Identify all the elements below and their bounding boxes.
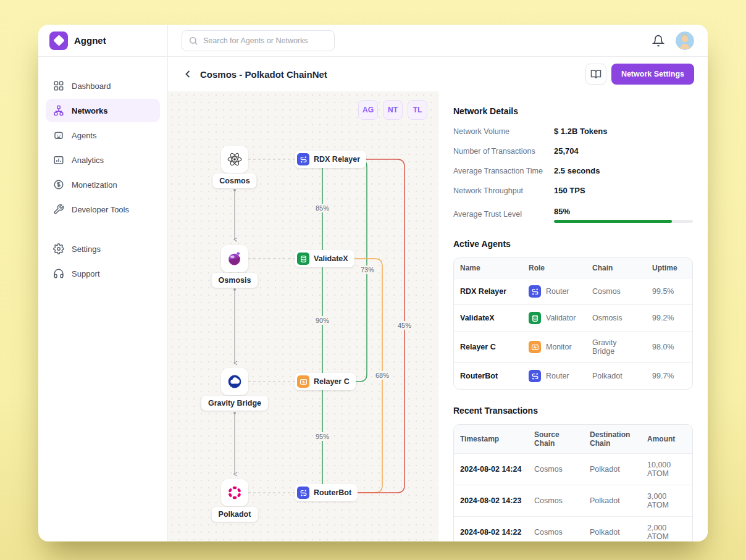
edge-label-rdx-validatex: 85% bbox=[314, 204, 331, 212]
node-osmosis[interactable] bbox=[221, 245, 248, 272]
badge-nt[interactable]: NT bbox=[383, 100, 403, 120]
agent-name: RDX Relayer bbox=[314, 155, 360, 164]
cosmos-atom-icon bbox=[227, 151, 243, 167]
agent-node-relayer-c[interactable]: Relayer C bbox=[295, 373, 356, 390]
recent-transactions-table: Timestamp Source Chain Destination Chain… bbox=[453, 424, 693, 541]
sidebar-item-dashboard[interactable]: Dashboard bbox=[46, 74, 160, 98]
table-row[interactable]: 2024-08-02 14:22 Cosmos Polkadot 2,000 A… bbox=[454, 517, 692, 542]
sidebar-item-label: Networks bbox=[72, 106, 108, 115]
router-icon bbox=[297, 487, 309, 499]
agent-name: RouterBot bbox=[314, 488, 351, 497]
sidebar-group-divider bbox=[43, 222, 162, 236]
trust-value: 85% bbox=[554, 207, 570, 216]
sidebar-item-settings[interactable]: Settings bbox=[46, 237, 160, 261]
table-row[interactable]: Relayer C Monitor Gravity Bridge 98.0% bbox=[454, 332, 692, 363]
book-open-icon bbox=[590, 69, 601, 80]
table-row[interactable]: ValidateX Validator Osmosis 99.2% bbox=[454, 305, 692, 332]
sidebar-item-label: Agents bbox=[72, 131, 96, 140]
back-chevron-icon[interactable] bbox=[182, 68, 194, 80]
validator-icon bbox=[297, 253, 309, 265]
edge-label-rdx-relayerc: 73% bbox=[359, 265, 376, 274]
sidebar-item-developer-tools[interactable]: Developer Tools bbox=[46, 198, 160, 221]
sidebar-item-label: Settings bbox=[72, 244, 101, 254]
logo: Aggnet bbox=[38, 25, 168, 57]
sidebar-item-agents[interactable]: Agents bbox=[46, 123, 160, 147]
osmosis-potion-icon bbox=[227, 251, 243, 267]
sidebar-item-networks[interactable]: Networks bbox=[46, 99, 160, 122]
bar-chart-icon bbox=[53, 154, 64, 165]
network-icon bbox=[53, 105, 64, 116]
detail-row: Network Volume $ 1.2B Tokens bbox=[453, 127, 693, 136]
dollar-circle-icon bbox=[53, 179, 64, 190]
detail-row: Network Throughput 150 TPS bbox=[453, 186, 693, 195]
bell-icon[interactable] bbox=[652, 35, 664, 47]
agent-node-routerbot[interactable]: RouterBot bbox=[295, 484, 358, 501]
network-settings-button[interactable]: Network Settings bbox=[611, 64, 694, 85]
network-diagram-canvas[interactable]: 85% 90% 95% 73% 68% 45% AG NT TL Cosmos bbox=[168, 91, 438, 541]
node-cosmos[interactable] bbox=[221, 146, 248, 173]
sidebar-item-label: Monetization bbox=[72, 180, 117, 190]
badge-ag[interactable]: AG bbox=[358, 100, 378, 120]
router-icon bbox=[529, 370, 541, 382]
validator-icon bbox=[529, 312, 541, 324]
table-row[interactable]: RouterBot Router Polkadot 99.7% bbox=[454, 363, 692, 390]
router-icon bbox=[297, 153, 309, 165]
sidebar: Dashboard Networks Agents Analytics Mone… bbox=[38, 57, 168, 541]
edge-label-validatex-relayerc: 90% bbox=[314, 316, 331, 325]
search-box[interactable] bbox=[182, 30, 335, 51]
sidebar-item-monetization[interactable]: Monetization bbox=[46, 173, 160, 196]
agent-node-validatex[interactable]: ValidateX bbox=[295, 250, 354, 267]
gear-icon bbox=[53, 243, 64, 254]
recent-transactions-title: Recent Transactions bbox=[453, 406, 693, 416]
table-header-row: Timestamp Source Chain Destination Chain… bbox=[454, 425, 692, 454]
agent-name: ValidateX bbox=[314, 254, 348, 263]
polkadot-dots-icon bbox=[227, 485, 243, 501]
sidebar-item-label: Dashboard bbox=[72, 81, 111, 91]
node-gravity-bridge[interactable] bbox=[221, 368, 248, 395]
node-label-polkadot[interactable]: Polkadot bbox=[212, 507, 258, 522]
avatar[interactable] bbox=[676, 31, 694, 50]
page-title: Cosmos - Polkadot ChainNet bbox=[200, 69, 327, 80]
router-icon bbox=[529, 285, 541, 298]
sidebar-item-support[interactable]: Support bbox=[46, 262, 160, 285]
robot-icon bbox=[53, 130, 64, 141]
table-row[interactable]: 2024-08-02 14:24 Cosmos Polkadot 10,000 … bbox=[454, 454, 692, 485]
agent-name: Relayer C bbox=[314, 377, 350, 386]
headphones-icon bbox=[53, 268, 64, 279]
edge-label-rdx-routerbot: 45% bbox=[396, 321, 413, 330]
table-row[interactable]: 2024-08-02 14:23 Cosmos Polkadot 3,000 A… bbox=[454, 485, 692, 517]
node-polkadot[interactable] bbox=[221, 479, 248, 506]
sidebar-item-label: Developer Tools bbox=[72, 205, 129, 214]
agent-node-rdx-relayer[interactable]: RDX Relayer bbox=[295, 151, 366, 168]
wrench-icon bbox=[53, 204, 64, 215]
trust-progress-fill bbox=[554, 220, 672, 223]
active-agents-table: Name Role Chain Uptime RDX Relayer Route… bbox=[453, 257, 693, 390]
docs-button[interactable] bbox=[585, 64, 606, 85]
top-bar bbox=[168, 25, 708, 57]
grid-icon bbox=[53, 80, 64, 91]
table-row[interactable]: RDX Relayer Router Cosmos 99.5% bbox=[454, 278, 692, 305]
search-input[interactable] bbox=[203, 36, 328, 45]
sidebar-item-label: Analytics bbox=[72, 156, 104, 165]
node-label-osmosis[interactable]: Osmosis bbox=[212, 273, 258, 288]
sidebar-item-analytics[interactable]: Analytics bbox=[46, 148, 160, 172]
trust-progress-bar bbox=[554, 220, 693, 223]
page-header: Cosmos - Polkadot ChainNet Network Setti… bbox=[168, 57, 708, 91]
app-window: Aggnet Dashboard Networks Agents Analyti… bbox=[38, 25, 708, 541]
detail-row: Number of Transactions 25,704 bbox=[453, 146, 693, 156]
diagram-view-badges: AG NT TL bbox=[358, 100, 427, 120]
node-label-cosmos[interactable]: Cosmos bbox=[212, 173, 256, 188]
detail-row: Average Transaction Time 2.5 seconds bbox=[453, 166, 693, 175]
network-details-title: Network Details bbox=[453, 106, 693, 116]
node-label-gravity-bridge[interactable]: Gravity Bridge bbox=[201, 396, 268, 411]
monitor-icon bbox=[529, 341, 541, 353]
edge-label-relayerc-routerbot: 95% bbox=[314, 432, 331, 441]
detail-row-trust: Average Trust Level 85% bbox=[453, 206, 693, 223]
gravity-bridge-cloud-icon bbox=[227, 374, 243, 390]
monitor-icon bbox=[297, 375, 309, 388]
aggnet-logo-icon bbox=[49, 31, 68, 50]
sidebar-item-label: Support bbox=[72, 269, 100, 278]
search-icon bbox=[188, 36, 198, 46]
app-name: Aggnet bbox=[74, 35, 106, 46]
badge-tl[interactable]: TL bbox=[408, 100, 427, 120]
